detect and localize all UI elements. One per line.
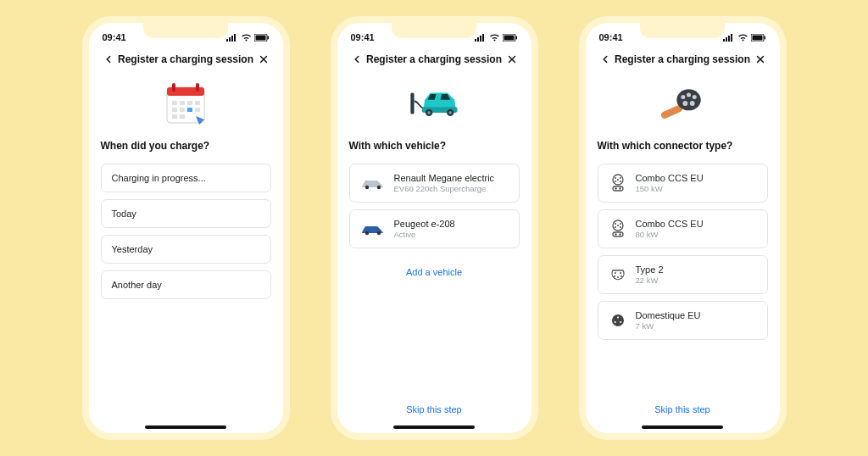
content: With which vehicle? Renault Megane elect… <box>337 75 531 433</box>
connector-option-domestique[interactable]: Domestique EU 7 kW <box>598 301 768 340</box>
connector-type-icon <box>609 174 627 192</box>
vehicle-title: Peugeot e-208 <box>394 219 455 229</box>
svg-rect-23 <box>475 39 476 42</box>
svg-rect-0 <box>226 39 228 42</box>
screen: 09:41 Register a charging session <box>89 23 283 433</box>
close-button[interactable] <box>753 52 768 67</box>
connector-type-icon <box>609 220 627 238</box>
signal-icon <box>226 34 238 42</box>
connector-title: Domestique EU <box>636 310 701 320</box>
wifi-icon <box>489 34 500 42</box>
option-today[interactable]: Today <box>101 199 271 228</box>
svg-point-60 <box>620 177 621 179</box>
svg-point-59 <box>615 177 616 179</box>
status-time: 09:41 <box>351 32 375 42</box>
svg-point-78 <box>614 275 615 277</box>
option-label: Another day <box>112 280 162 290</box>
back-button[interactable] <box>101 52 116 67</box>
hero-illustration <box>101 75 271 140</box>
svg-rect-19 <box>187 108 192 112</box>
option-label: Today <box>112 209 136 219</box>
svg-point-62 <box>620 181 621 182</box>
question: When did you charge? <box>101 140 271 152</box>
connector-title: Type 2 <box>636 264 664 275</box>
back-button[interactable] <box>349 52 364 67</box>
option-yesterday[interactable]: Yesterday <box>101 235 271 264</box>
svg-rect-16 <box>195 101 200 105</box>
svg-rect-29 <box>515 36 517 39</box>
svg-rect-1 <box>229 37 231 42</box>
nav-title: Register a charging session <box>613 53 753 65</box>
vehicle-thumbnail-icon <box>360 221 386 236</box>
nav-bar: Register a charging session <box>89 47 283 75</box>
svg-rect-43 <box>726 37 727 42</box>
connector-plug-icon <box>652 79 713 128</box>
hero-illustration <box>349 75 520 140</box>
status-icons <box>475 34 518 42</box>
car-charging-icon <box>403 79 465 128</box>
vehicle-title: Renault Megane electric <box>394 173 495 183</box>
question: With which connector type? <box>598 140 768 152</box>
svg-point-40 <box>364 231 368 235</box>
svg-rect-73 <box>613 232 623 236</box>
battery-icon <box>751 34 766 42</box>
connector-option-type2[interactable]: Type 2 22 kW <box>598 255 768 294</box>
svg-point-82 <box>616 316 618 318</box>
svg-point-72 <box>617 225 619 226</box>
svg-point-80 <box>620 275 622 277</box>
svg-rect-5 <box>255 35 265 40</box>
svg-point-70 <box>615 226 616 228</box>
svg-rect-20 <box>195 108 200 112</box>
notch <box>392 23 476 38</box>
connector-title: Combo CCS EU <box>636 173 704 183</box>
calendar-icon <box>155 79 216 128</box>
option-charging-in-progress[interactable]: Charging in progress... <box>101 164 271 192</box>
svg-rect-13 <box>172 101 177 105</box>
close-button[interactable] <box>504 52 520 67</box>
svg-point-69 <box>620 223 621 225</box>
vehicle-sub: Active <box>394 230 455 239</box>
nav-title: Register a charging session <box>116 53 256 65</box>
status-time: 09:41 <box>103 32 126 42</box>
connector-sub: 7 kW <box>636 321 701 331</box>
connector-sub: 80 kW <box>636 230 704 239</box>
battery-icon <box>503 34 518 42</box>
svg-point-83 <box>614 321 615 323</box>
battery-icon <box>254 34 270 42</box>
vehicle-option-megane[interactable]: Renault Megane electric EV60 220ch Super… <box>349 164 520 203</box>
connector-option-ccs-150[interactable]: Combo CCS EU 150 kW <box>598 164 768 203</box>
connector-option-ccs-80[interactable]: Combo CCS EU 80 kW <box>598 209 768 248</box>
vehicle-option-e208[interactable]: Peugeot e-208 Active <box>349 209 520 248</box>
svg-point-35 <box>427 111 430 114</box>
svg-rect-22 <box>180 114 185 119</box>
connector-type-icon <box>609 265 627 284</box>
hero-illustration <box>598 75 768 140</box>
svg-point-68 <box>615 223 616 225</box>
connector-sub: 22 kW <box>636 275 664 285</box>
svg-point-41 <box>376 231 380 235</box>
svg-rect-25 <box>480 36 481 42</box>
svg-rect-12 <box>196 83 199 92</box>
option-another-day[interactable]: Another day <box>101 270 271 299</box>
status-icons <box>723 34 766 42</box>
signal-icon <box>723 34 735 42</box>
svg-point-66 <box>619 187 620 189</box>
svg-rect-26 <box>482 34 484 42</box>
close-button[interactable] <box>256 52 271 67</box>
add-vehicle-link[interactable]: Add a vehicle <box>349 255 520 289</box>
screen: 09:41 Register a charging session <box>337 23 531 433</box>
svg-point-53 <box>681 95 685 99</box>
svg-point-39 <box>376 186 380 189</box>
wifi-icon <box>241 34 252 42</box>
svg-point-84 <box>620 321 621 323</box>
back-button[interactable] <box>598 52 613 67</box>
phone-frame: 09:41 Register a charging session <box>82 16 290 440</box>
nav-title: Register a charging session <box>364 53 504 65</box>
screen: 09:41 Register a charging session <box>586 23 780 433</box>
svg-rect-48 <box>764 36 765 39</box>
phone-frame: 09:41 Register a charging session <box>331 16 538 440</box>
svg-point-52 <box>676 89 700 110</box>
svg-rect-24 <box>477 37 479 42</box>
signal-icon <box>475 34 487 42</box>
status-icons <box>226 34 270 42</box>
